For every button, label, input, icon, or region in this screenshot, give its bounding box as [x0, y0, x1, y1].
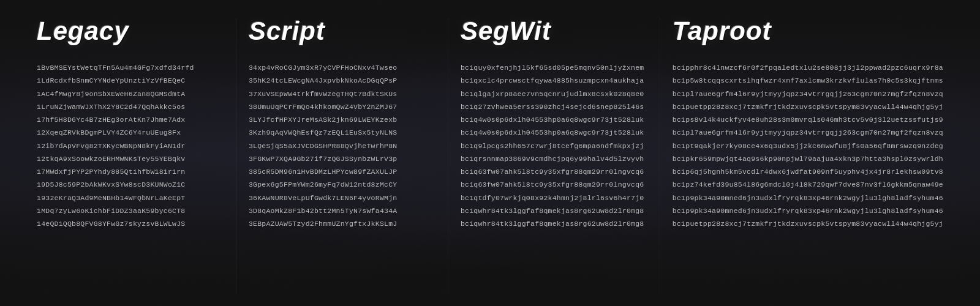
address-item: bc1puetpp28z8xcj7tzmkfrjtkdzxuvscpk5vtsp…: [673, 100, 943, 113]
address-item: bc1pl7aue6grfm4l6r9yjtmyyjqpz34vtrrgqjj2…: [673, 88, 943, 100]
address-item: 1LruNZjwamWJXThX2Y8C2d47QqhAkkc5os: [37, 100, 224, 113]
address-item: 3LYJfcfHPXYJreMsASk2jkn69LWEYKzexb: [249, 113, 435, 126]
address-item: bc1quy0xfenjhjl5kf65sd05pe5mqnv50nljyžxn…: [461, 61, 647, 74]
address-item: bc1qtdfy07wrkjq08x92k4hmnj2j8lrl6sv6h4r7…: [461, 192, 647, 204]
address-item: bc1p9pk34a90mned6jn3udxlfryrqk83xp46rnk2…: [673, 192, 943, 204]
address-item: bc1pl7aue6grfm4l6r9yjtmyyjqpz34vtrrgqjj2…: [673, 126, 943, 139]
address-item: bc1q4w0s0p6dxlh04553hp0a6q8wgc9r73jt528l…: [461, 113, 647, 126]
address-item: 3Kzh9qAqVWQhEsfQz7zEQL1EuSx5tyNLNS: [249, 126, 435, 139]
address-item: 38UmuUqPCrFmQo4khkomQwZ4VbY2nZMJ67: [249, 100, 435, 113]
address-item: bc1p6qj5hgnh5km5vcdlr4dwx6jwdfat909nf5uy…: [673, 165, 943, 178]
address-list-script: 34xp4vRoCGJym3xR7yCVPFHoCNxv4Twseo35hK24…: [249, 61, 435, 230]
address-item: 34xp4vRoCGJym3xR7yCVPFHoCNxv4Twseo: [249, 61, 435, 74]
main-columns: Legacy1BvBMSEYstWetqTFn5Au4m4GFg7xdfd34r…: [0, 0, 980, 306]
address-item: 1932eKraQ3Ad9MeNBHb14WFQbNrLaKeEpT: [37, 192, 224, 204]
address-item: bc1q63fw07ahk5l8tc9y35xfgr88qm29rr0lngvc…: [461, 165, 647, 178]
address-item: 12XqeqZRVkBDgmPLVY4ZC6Y4ruUEug8Fx: [37, 126, 224, 139]
address-item: bc1qwhr84tk3lggfaf8qmekjas8rg62uw8d2lr0m…: [461, 217, 647, 230]
address-item: 19D5J8c59P2bAkWKvxSYw8scD3KUNWoZ1C: [37, 178, 224, 191]
address-item: 35hK24tcLEWcgNA4JxpvbkNkoAcDGqQPsP: [249, 74, 435, 87]
address-item: 17hf5H8D6Yc4B7zHEg3orAtKn7Jhme7Adx: [37, 113, 224, 126]
address-item: bc1q9lpcgs2hh657c7wrj8tcefg6mpa6ndfmkpxj…: [461, 140, 647, 152]
address-item: 3D8qAoMkZ8F1b42btt2Mn5TyN7sWfa434A: [249, 204, 435, 217]
address-item: bc1p9pk34a90mned6jn3udxlfryrqk83xp46rnk2…: [673, 204, 943, 217]
address-item: bc1qlgajxrp8aee7vn5qcnrujudlmx8csxk028q8…: [461, 88, 647, 100]
address-item: bc1pphr8c4lnwzcf6r0f2fpqaledtxlu2se808jj…: [673, 61, 943, 74]
address-item: bc1q27zvhwea5erss390zhcj4sejcd6snep825l4…: [461, 100, 647, 113]
address-item: bc1pt9qakjer7ky08ce4x6q3udx5jjzkc6mwwfu8…: [673, 140, 943, 152]
address-item: 3EBpAZUAW5Tzyd2FhmmUZnYgftxJkKSLmJ: [249, 217, 435, 230]
address-item: 12tkqA9xSoowkzoERHMWNKsTey55YEBqkv: [37, 152, 224, 165]
column-segwit: SegWitbc1quy0xfenjhjl5kf65sd05pe5mqnv50n…: [448, 18, 660, 294]
address-item: bc1ps8vl4k4uckfyv4e8uh28s3m0mvrqls046mh3…: [673, 113, 943, 126]
address-item: bc1puetpp28z8xcj7tzmkfrjtkdzxuvscpk5vtsp…: [673, 217, 943, 230]
address-item: 36KAwNUR8VeLpUfGwdk7LEN6F4yvoRWMjn: [249, 192, 435, 204]
address-item: 1BvBMSEYstWetqTFn5Au4m4GFg7xdfd34rfd: [37, 61, 224, 74]
address-item: bc1q63fw07ahk5l8tc9y35xfgr88qm29rr0lngvc…: [461, 178, 647, 191]
address-item: 1MDq7zyLw6oKichbFiDDZ3aaK59byc6CT8: [37, 204, 224, 217]
address-item: 1AC4fMwgY8j9onSbXEWeH6Zan8QGMSdmtA: [37, 88, 224, 100]
address-item: bc1p5w8tcqqscxrtslhqfwzr4xnf7axlcmw3krzk…: [673, 74, 943, 87]
address-item: bc1pkr659mpwjqt4aq9s6kp90npjwl79aajua4xk…: [673, 152, 943, 165]
title-taproot: Taproot: [673, 18, 943, 44]
title-segwit: SegWit: [461, 18, 647, 44]
address-item: bc1qxclc4prcwsctfqywa4885hsuzmpcxn4aukha…: [461, 74, 647, 87]
address-item: 17MWdxfjPYP2PYhdy885QtihfbW181r1rn: [37, 165, 224, 178]
address-item: 3FGKwP7XQA9Gb27if7zQGJSSynbzWLrV3p: [249, 152, 435, 165]
address-list-taproot: bc1pphr8c4lnwzcf6r0f2fpqaledtxlu2se808jj…: [673, 61, 943, 230]
address-item: 37XuVSEpWW4trkfmvWzegTHQt7BdktSKUs: [249, 88, 435, 100]
address-item: bc1pz74kefd39u854l86g6mdcl0j4l8k729qwf7d…: [673, 178, 943, 191]
column-taproot: Taprootbc1pphr8c4lnwzcf6r0f2fpqaledtxlu2…: [660, 18, 956, 294]
address-item: 3LQeSjqS5aXJVCDGSHPR88QvjheTwrhP8N: [249, 140, 435, 152]
address-item: bc1qwhr84tk3lggfaf8qmekjas8rg62uw8d2lr0m…: [461, 204, 647, 217]
address-item: bc1qrsnnmap3869v9cmdhcjpq6y99halv4d5lzvy…: [461, 152, 647, 165]
title-script: Script: [249, 18, 435, 44]
title-legacy: Legacy: [37, 18, 224, 44]
address-item: 12ib7dApVFvg82TXKycWBNpN8kFyiAN1dr: [37, 140, 224, 152]
address-list-legacy: 1BvBMSEYstWetqTFn5Au4m4GFg7xdfd34rfd1LdR…: [37, 61, 224, 230]
address-item: 1LdRcdxfbSnmCYYNdeYpUnztiYzVfBEQeC: [37, 74, 224, 87]
column-script: Script34xp4vRoCGJym3xR7yCVPFHoCNxv4Twseo…: [236, 18, 448, 294]
address-item: 385cR5DM96n1HvBDMzLHPYcw89fZAXULJP: [249, 165, 435, 178]
column-legacy: Legacy1BvBMSEYstWetqTFn5Au4m4GFg7xdfd34r…: [24, 18, 236, 294]
address-list-segwit: bc1quy0xfenjhjl5kf65sd05pe5mqnv50nljyžxn…: [461, 61, 647, 230]
address-item: bc1q4w0s0p6dxlh04553hp0a6q8wgc9r73jt528l…: [461, 126, 647, 139]
address-item: 3Gpex6g5FPmYWm26myFq7dW12ntd8zMcCY: [249, 178, 435, 191]
address-item: 14eQD1QQb8QFVG8YFwGz7skyzsvBLWLwJS: [37, 217, 224, 230]
